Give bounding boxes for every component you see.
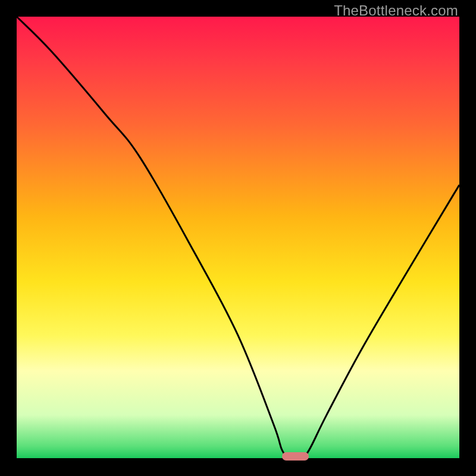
bottleneck-curve-chart [17, 17, 459, 459]
chart-frame [17, 17, 459, 459]
gradient-background [17, 17, 459, 459]
optimum-marker [282, 452, 309, 461]
